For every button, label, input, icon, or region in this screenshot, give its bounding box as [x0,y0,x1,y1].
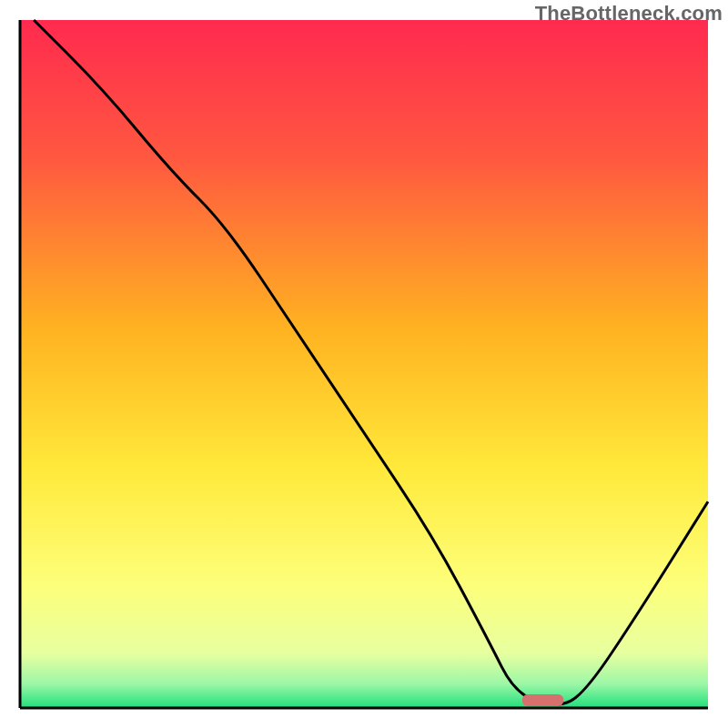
chart-svg [0,0,728,728]
chart-container: TheBottleneck.com [0,0,728,728]
attribution-text: TheBottleneck.com [535,2,723,25]
plot-gradient [20,20,708,708]
optimal-marker [522,694,563,706]
